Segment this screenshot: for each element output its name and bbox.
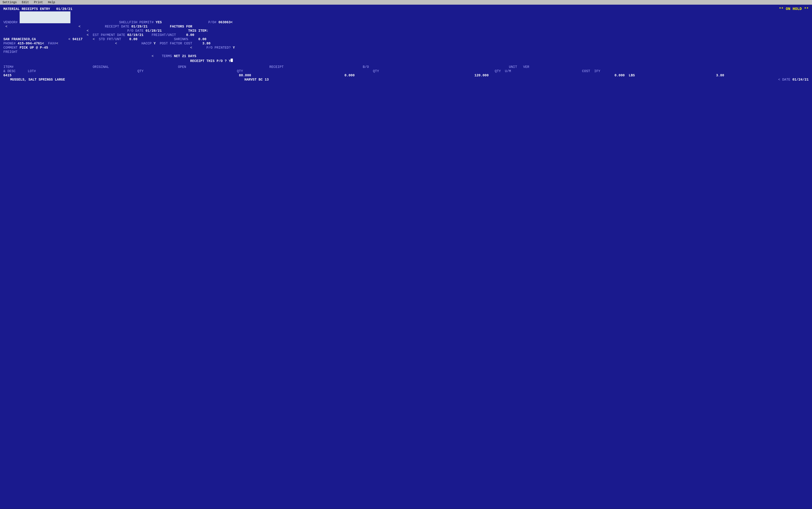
comment-value: PICK UP @ P-45 xyxy=(20,46,48,50)
title-row: MATERIAL RECEIPTS ENTRY 01/29/21 ** ON H… xyxy=(3,7,809,11)
open-qty: 0.000 xyxy=(344,74,354,77)
col-qty-receipt-header: QTY xyxy=(373,69,379,73)
fax-label: FAX# xyxy=(48,42,56,45)
terms-row: < TERMS NET 21 DAYS xyxy=(3,54,809,58)
col-qty-bo-header: QTY xyxy=(495,69,501,73)
phone-row: PHONE# 415-994-4761< FAX# < < HACCP Y PO… xyxy=(3,42,809,45)
col-lot-header: LOT# xyxy=(28,69,36,73)
unit-cost: 3.80 xyxy=(716,74,724,77)
screen-title: MATERIAL RECEIPTS ENTRY xyxy=(3,7,50,11)
est-payment-row: < EST PAYMENT DATE 02/19/21 FREIGHT/UNIT… xyxy=(3,33,809,37)
std-frt-value: 0.00 xyxy=(129,37,137,41)
orig-qty: 80.000 xyxy=(239,74,251,77)
est-payment-value: 02/19/21 xyxy=(127,33,143,37)
std-frt-label: STD FRT/UNT xyxy=(99,37,121,41)
terms-value: NET 21 DAYS xyxy=(174,54,197,58)
freight-row: FREIGHT xyxy=(3,50,809,54)
vendor-label: VENDOR# xyxy=(3,21,18,24)
po-date-label: P/O DATE xyxy=(127,29,143,33)
shrink-value: 0.00 xyxy=(198,37,206,41)
date-value: 01/24/21 xyxy=(792,78,809,81)
phone-value: 415-994-4761< xyxy=(18,42,44,45)
comment-label: COMMENT xyxy=(3,46,18,50)
date-label: < DATE xyxy=(778,78,790,81)
po-date-row: < P/O DATE 01/28/21 THIS ITEM: xyxy=(3,29,809,33)
bo-qty: 0.000 xyxy=(614,74,624,77)
receipt-question: RECEIPT THIS P/O ? Y xyxy=(190,59,231,63)
receipt-date-label: RECEIPT DATE xyxy=(105,25,129,29)
vendor-input-box[interactable] xyxy=(20,11,70,23)
shellfish-label: SHELLFISH PERMIT# xyxy=(119,21,154,24)
menu-print[interactable]: Print xyxy=(33,0,44,4)
po-label: P/O# xyxy=(208,21,216,24)
col-ify-header: IFY xyxy=(594,69,600,73)
on-hold-status: ** ON HOLD ** xyxy=(779,7,809,11)
receipt-date-row: < < RECEIPT DATE 01/29/21 FACTORS FOR xyxy=(3,25,809,29)
po-printed-label: P/O PRINTED? xyxy=(206,46,231,50)
col-original-header: ORIGINAL xyxy=(93,65,109,69)
table-desc-row: MUSSELS, SALT SPRINGS LARGE HARVST BC 13 xyxy=(3,78,809,81)
item-number: 6415 xyxy=(3,74,11,77)
haccp-label: HACCP xyxy=(141,42,151,45)
freight-label: FREIGHT xyxy=(3,50,18,54)
freight-unit-label: FREIGHT/UNIT xyxy=(151,33,176,37)
col-desc-header: & DESC xyxy=(3,69,15,73)
menubar: Settings Edit Print Help xyxy=(0,0,812,5)
po-value: 063063< xyxy=(218,21,233,24)
col-ver-header: VER xyxy=(523,65,529,69)
menu-edit[interactable]: Edit xyxy=(21,0,30,4)
po-date-value: 01/28/21 xyxy=(145,29,162,33)
comment-row: COMMENT PICK UP @ P-45 < P/O PRINTED? Y xyxy=(3,46,809,50)
um-value: LBS xyxy=(629,74,635,77)
shellfish-value: YES xyxy=(156,21,162,24)
est-payment-label: EST PAYMENT DATE xyxy=(93,33,125,37)
vendor-row: VENDOR# SHELLFISH PERMIT# YES P/O# 06306… xyxy=(3,11,809,24)
receipt-date-value: 01/29/21 xyxy=(131,25,147,29)
item-desc: MUSSELS, SALT SPRINGS LARGE xyxy=(10,78,65,81)
this-item: THIS ITEM: xyxy=(188,29,208,33)
col-open-header: OPEN xyxy=(178,65,186,69)
col-cost-header: COST xyxy=(582,69,590,73)
entry-date: 01/29/21 xyxy=(56,7,72,11)
col-unit-header: UNIT xyxy=(509,65,517,69)
zip-value: 94117 xyxy=(72,37,82,41)
col-qty-open-header: QTY xyxy=(237,69,243,73)
table-row-1: 6415 80.000 0.000 xyxy=(3,74,809,77)
menu-settings[interactable]: Settings xyxy=(2,0,18,4)
col-um-header: U/M xyxy=(505,69,511,73)
table-header-row2: & DESC LOT# QTY QTY xyxy=(3,69,809,73)
terms-label: TERMS xyxy=(162,54,172,58)
col-item-header: ITEM# xyxy=(3,65,13,69)
harvst-value: HARVST BC 13 xyxy=(244,78,269,81)
city-value: SAN FRANCISCO,CA xyxy=(3,37,36,41)
city-row: SAN FRANCISCO,CA < 94117 < STD FRT/UNT 0… xyxy=(3,37,809,41)
col-receipt-header: RECEIPT xyxy=(269,65,283,69)
receipt-question-row: RECEIPT THIS P/O ? Y xyxy=(3,59,809,63)
menu-help[interactable]: Help xyxy=(47,0,56,4)
col-bo-header: B/O xyxy=(363,65,369,69)
post-factor-label: POST FACTOR COST xyxy=(160,42,192,45)
factors-for: FACTORS FOR xyxy=(170,25,192,29)
col-qty-orig-header: QTY xyxy=(137,69,143,73)
post-factor-value: 3.80 xyxy=(202,42,210,45)
main-screen: MATERIAL RECEIPTS ENTRY 01/29/21 ** ON H… xyxy=(0,5,812,509)
freight-unit-value: 0.00 xyxy=(186,33,194,37)
shrink-label: SHRINK% xyxy=(174,37,188,41)
cursor xyxy=(231,59,233,62)
haccp-value: Y xyxy=(154,42,156,45)
phone-label: PHONE# xyxy=(3,42,15,45)
receipt-qty: 120.000 xyxy=(475,74,489,77)
po-printed-value: Y xyxy=(233,46,235,50)
table-header-row1: ITEM# ORIGINAL OPEN RECEIPT xyxy=(3,65,809,69)
